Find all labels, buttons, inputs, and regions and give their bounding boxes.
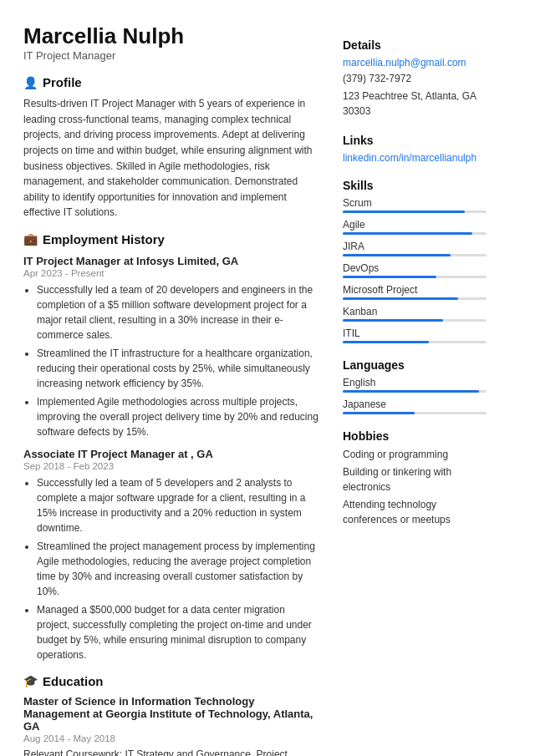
profile-section-title: 👤 Profile (23, 75, 319, 89)
edu-coursework-0: Relevant Coursework: IT Strategy and Gov… (23, 747, 319, 756)
job-bullets-1: Successfully led a team of 5 developers … (23, 475, 319, 662)
bullet-item: Successfully led a team of 20 developers… (37, 282, 319, 342)
skill-bar-bg-6 (343, 341, 487, 343)
education-section-title: 🎓 Education (23, 674, 319, 688)
job-title-0: IT Project Manager at Infosys Limited, G… (23, 255, 319, 267)
skill-bar-fill-6 (343, 341, 429, 343)
bullet-item: Streamlined the IT infrastructure for a … (37, 346, 319, 391)
skill-item-4: Microsoft Project (343, 284, 487, 300)
details-address: 123 Peachtree St, Atlanta, GA 30303 (343, 89, 487, 119)
links-linkedin[interactable]: linkedin.com/in/marcellianulph (343, 152, 487, 164)
skill-label-6: ITIL (343, 327, 487, 339)
job-item-0: IT Project Manager at Infosys Limited, G… (23, 255, 319, 439)
skill-bar-fill-3 (343, 276, 436, 278)
skill-bar-bg-0 (343, 211, 487, 213)
skill-item-5: Kanban (343, 306, 487, 322)
lang-label-0: English (343, 377, 487, 388)
skill-bar-bg-2 (343, 254, 487, 256)
edu-date-0: Aug 2014 - May 2018 (23, 733, 319, 743)
job-date-1: Sep 2018 - Feb 2023 (23, 461, 319, 471)
lang-bar-bg-1 (343, 412, 487, 414)
skill-bar-fill-1 (343, 232, 472, 235)
bullet-item: Successfully led a team of 5 developers … (37, 475, 319, 535)
skill-label-5: Kanban (343, 306, 487, 317)
skill-bar-fill-2 (343, 254, 451, 256)
skill-bar-bg-3 (343, 276, 487, 278)
profile-text: Results-driven IT Project Manager with 5… (23, 96, 319, 221)
header-title: IT Project Manager (23, 49, 319, 62)
details-phone: (379) 732-7972 (343, 71, 487, 86)
skill-bar-bg-1 (343, 232, 487, 235)
skill-item-1: Agile (343, 219, 487, 235)
edu-degree-0: Master of Science in Information Technol… (23, 695, 319, 733)
edu-item-0: Master of Science in Information Technol… (23, 695, 319, 756)
bullet-item: Implemented Agile methodologies across m… (37, 394, 319, 439)
lang-bar-fill-0 (343, 390, 479, 393)
skill-item-6: ITIL (343, 327, 487, 343)
hobbies-section-title: Hobbies (343, 429, 487, 443)
job-title-1: Associate IT Project Manager at , GA (23, 448, 319, 460)
job-date-0: Apr 2023 - Present (23, 268, 319, 278)
employment-icon: 💼 (23, 232, 38, 246)
skill-label-2: JIRA (343, 241, 487, 252)
bullet-item: Managed a $500,000 budget for a data cen… (37, 602, 319, 662)
skill-bar-fill-0 (343, 211, 465, 213)
skill-bar-fill-4 (343, 297, 458, 300)
hobbie-item-1: Building or tinkering with electronics (343, 465, 487, 495)
skill-label-1: Agile (343, 219, 487, 231)
lang-bar-fill-1 (343, 412, 415, 414)
employment-section-title: 💼 Employment History (23, 232, 319, 246)
lang-item-1: Japanese (343, 398, 487, 414)
skill-item-0: Scrum (343, 197, 487, 213)
lang-item-0: English (343, 377, 487, 393)
lang-label-1: Japanese (343, 398, 487, 410)
profile-icon: 👤 (23, 76, 38, 89)
skill-bar-bg-4 (343, 297, 487, 300)
skill-label-3: DevOps (343, 262, 487, 274)
skill-label-4: Microsoft Project (343, 284, 487, 296)
hobbie-item-2: Attending technology conferences or meet… (343, 498, 487, 527)
skills-section-title: Skills (343, 179, 487, 192)
languages-section-title: Languages (343, 358, 487, 372)
header-name: Marcellia Nulph (23, 23, 319, 49)
job-bullets-0: Successfully led a team of 20 developers… (23, 282, 319, 439)
details-section-title: Details (343, 38, 487, 52)
skill-item-2: JIRA (343, 241, 487, 256)
lang-bar-bg-0 (343, 390, 487, 393)
education-icon: 🎓 (23, 674, 38, 688)
skill-bar-bg-5 (343, 319, 487, 322)
links-section-title: Links (343, 134, 487, 147)
skill-label-0: Scrum (343, 197, 487, 209)
details-email[interactable]: marcellia.nulph@gmail.com (343, 57, 487, 68)
skill-item-3: DevOps (343, 262, 487, 278)
hobbie-item-0: Coding or programming (343, 448, 487, 462)
bullet-item: Streamlined the project management proce… (37, 539, 319, 599)
skill-bar-fill-5 (343, 319, 443, 322)
job-item-1: Associate IT Project Manager at , GA Sep… (23, 448, 319, 662)
